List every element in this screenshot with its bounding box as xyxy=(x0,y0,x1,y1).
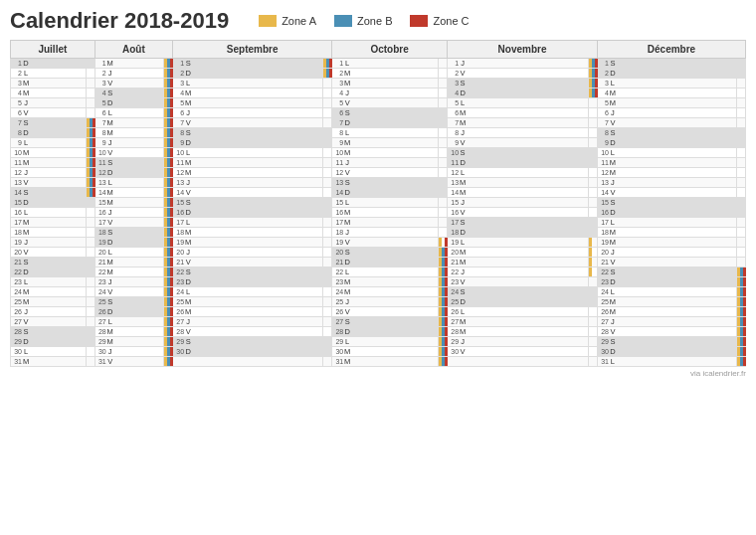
day-cell-juillet-24: 24M xyxy=(11,287,87,297)
day-cell-aout-18: 18S xyxy=(94,228,163,238)
bar-cell-juillet-15 xyxy=(86,198,94,208)
bar-cell-octobre-18 xyxy=(439,228,448,238)
day-cell-octobre-16: 16M xyxy=(332,208,439,218)
bar-cell-septembre-1 xyxy=(323,59,332,69)
bar-cell-octobre-11 xyxy=(439,158,448,168)
day-cell-novembre-6: 6M xyxy=(448,108,589,118)
bar-cell-juillet-20 xyxy=(86,248,94,258)
bar-cell-octobre-9 xyxy=(439,138,448,148)
day-cell-novembre-29: 29J xyxy=(448,337,589,347)
bar-cell-octobre-15 xyxy=(439,198,448,208)
bar-cell-juillet-4 xyxy=(86,89,94,98)
day-cell-decembre-7: 7V xyxy=(597,118,736,128)
bar-cell-aout-29 xyxy=(164,337,173,347)
bar-cell-novembre-30 xyxy=(588,347,597,357)
bar-cell-aout-3 xyxy=(164,79,173,89)
day-cell-novembre-14: 14M xyxy=(448,188,589,198)
day-cell-novembre-30: 30V xyxy=(448,347,589,357)
bar-cell-juillet-27 xyxy=(86,317,94,327)
bar-cell-aout-14 xyxy=(164,188,173,198)
col-decembre: Décembre xyxy=(597,41,745,59)
table-row: 9L9J9D9M9V9D xyxy=(11,138,746,148)
bar-cell-novembre-20 xyxy=(588,248,597,258)
bar-cell-octobre-12 xyxy=(439,168,448,178)
day-cell-novembre-12: 12L xyxy=(448,168,589,178)
day-cell-novembre-16: 16V xyxy=(448,208,589,218)
bar-cell-novembre-11 xyxy=(588,158,597,168)
bar-cell-juillet-1 xyxy=(86,59,94,69)
bar-cell-aout-13 xyxy=(164,178,173,188)
day-cell-decembre-14: 14V xyxy=(597,188,736,198)
table-row: 25M25S25M25J25D25M xyxy=(11,297,746,307)
bar-cell-aout-7 xyxy=(164,118,173,128)
bar-cell-septembre-19 xyxy=(323,238,332,248)
day-cell-novembre-28: 28M xyxy=(448,327,589,337)
day-cell-novembre-2: 2V xyxy=(448,69,589,79)
bar-cell-aout-26 xyxy=(164,307,173,317)
table-row: 5J5D5M5V5L5M xyxy=(11,98,746,108)
day-cell-octobre-19: 19V xyxy=(332,238,439,248)
bar-cell-decembre-7 xyxy=(737,118,746,128)
day-cell-decembre-1: 1S xyxy=(597,59,736,69)
bar-cell-juillet-29 xyxy=(86,337,94,347)
bar-cell-octobre-30 xyxy=(439,347,448,357)
day-cell-decembre-8: 8S xyxy=(597,128,736,138)
day-cell-aout-7: 7M xyxy=(94,118,163,128)
day-cell-aout-11: 11S xyxy=(94,158,163,168)
bar-cell-septembre-3 xyxy=(323,79,332,89)
bar-cell-septembre-29 xyxy=(323,337,332,347)
bar-cell-octobre-5 xyxy=(439,98,448,108)
day-cell-septembre-27: 27J xyxy=(173,317,323,327)
bar-cell-juillet-11 xyxy=(86,158,94,168)
bar-cell-juillet-7 xyxy=(86,118,94,128)
bar-cell-novembre-29 xyxy=(588,337,597,347)
day-cell-decembre-5: 5M xyxy=(597,98,736,108)
day-cell-septembre-9: 9D xyxy=(173,138,323,148)
bar-cell-septembre-20 xyxy=(323,248,332,258)
day-cell-octobre-24: 24M xyxy=(332,287,439,297)
bar-cell-decembre-27 xyxy=(737,317,746,327)
bar-cell-juillet-13 xyxy=(86,178,94,188)
day-cell-aout-8: 8M xyxy=(94,128,163,138)
day-cell-decembre-17: 17L xyxy=(597,218,736,228)
bar-cell-aout-2 xyxy=(164,69,173,79)
legend: Zone A Zone B Zone C xyxy=(259,15,469,27)
bar-cell-septembre-26 xyxy=(323,307,332,317)
bar-cell-juillet-19 xyxy=(86,238,94,248)
day-cell-novembre-10: 10S xyxy=(448,148,589,158)
table-row: 30L30J30D30M30V30D xyxy=(11,347,746,357)
day-cell-aout-24: 24V xyxy=(94,287,163,297)
bar-cell-septembre-24 xyxy=(323,287,332,297)
day-cell-septembre-10: 10L xyxy=(173,148,323,158)
day-cell-juillet-31: 31M xyxy=(11,357,87,367)
bar-cell-aout-12 xyxy=(164,168,173,178)
empty-cell xyxy=(173,357,323,367)
bar-cell-aout-21 xyxy=(164,258,173,268)
day-cell-juillet-30: 30L xyxy=(11,347,87,357)
bar-cell-novembre-23 xyxy=(588,277,597,287)
bar-cell-septembre-25 xyxy=(323,297,332,307)
day-cell-aout-1: 1M xyxy=(94,59,163,69)
day-cell-octobre-9: 9M xyxy=(332,138,439,148)
bar-cell-octobre-26 xyxy=(439,307,448,317)
table-row: 7S7M7V7D7M7V xyxy=(11,118,746,128)
bar-cell-septembre-16 xyxy=(323,208,332,218)
bar-cell-septembre-30 xyxy=(323,347,332,357)
bar-cell-octobre-28 xyxy=(439,327,448,337)
bar-cell-novembre-13 xyxy=(588,178,597,188)
bar-cell-decembre-30 xyxy=(737,347,746,357)
bar-cell-aout-11 xyxy=(164,158,173,168)
bar-cell-novembre-10 xyxy=(588,148,597,158)
day-cell-septembre-8: 8S xyxy=(173,128,323,138)
bar-cell-decembre-8 xyxy=(737,128,746,138)
day-cell-aout-22: 22M xyxy=(94,268,163,277)
bar-cell-octobre-7 xyxy=(439,118,448,128)
bar-cell-decembre-17 xyxy=(737,218,746,228)
day-cell-octobre-27: 27S xyxy=(332,317,439,327)
table-row: 11M11S11M11J11D11M xyxy=(11,158,746,168)
bar-cell-novembre-21 xyxy=(588,258,597,268)
bar-cell-aout-8 xyxy=(164,128,173,138)
day-cell-novembre-9: 9V xyxy=(448,138,589,148)
bar-cell-novembre-12 xyxy=(588,168,597,178)
day-cell-decembre-6: 6J xyxy=(597,108,736,118)
